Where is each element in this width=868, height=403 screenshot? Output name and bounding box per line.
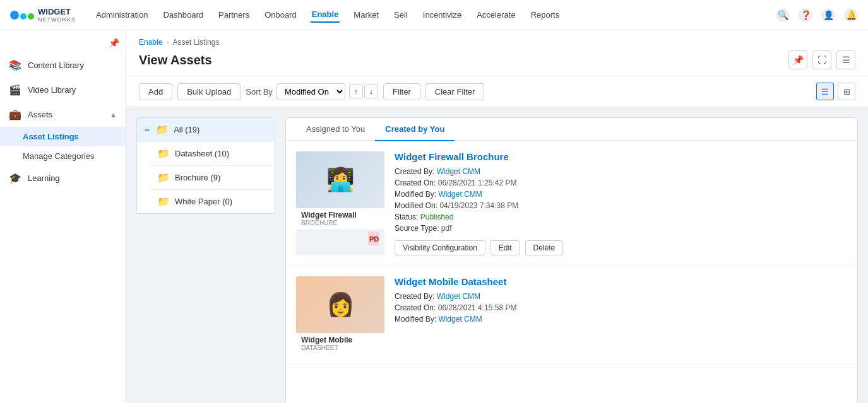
logo-circle-blue2	[20, 13, 27, 20]
sidebar-item-content-library[interactable]: 📚 Content Library	[0, 53, 126, 78]
edit-button-0[interactable]: Edit	[490, 240, 520, 255]
sort-asc-button[interactable]: ↑	[349, 85, 363, 98]
status-label-0: Status:	[395, 213, 418, 221]
tab-created-by-you[interactable]: Created by You	[375, 118, 455, 141]
asset-actions-0: Visibility Configuration Edit Delete	[395, 240, 847, 255]
sidebar-item-assets[interactable]: 💼 Assets ▲	[0, 102, 126, 127]
asset-info-1: Widget Mobile Datasheet Created By: Widg…	[395, 276, 847, 354]
asset-title-0[interactable]: Widget Firewall Brochure	[395, 151, 847, 162]
asset-modified-by-0: Modified By: Widget CMM	[395, 190, 847, 199]
modified-on-value-0: 04/19/2023 7:34:38 PM	[439, 201, 518, 210]
modified-by-value-0[interactable]: Widget CMM	[438, 190, 482, 199]
nav-accelerate[interactable]: Accelerate	[475, 8, 516, 22]
bulk-upload-button[interactable]: Bulk Upload	[177, 83, 241, 100]
body-area: − 📁 All (19) 📁 Datasheet (10) 📁 Brochure…	[126, 107, 868, 403]
created-by-value-0[interactable]: Widget CMM	[437, 167, 480, 176]
nav-sell[interactable]: Sell	[393, 8, 409, 22]
page-title-row: View Assets 📌 ⛶ ☰	[139, 50, 855, 76]
thumb-title-1: Widget Mobile	[301, 336, 379, 344]
nav-enable[interactable]: Enable	[311, 7, 340, 23]
grid-view-button[interactable]: ⊞	[838, 83, 855, 100]
video-library-icon: 🎬	[9, 84, 21, 96]
folder-whitepaper[interactable]: 📁 White Paper (0)	[150, 190, 275, 213]
sidebar-pin-area: 📌	[0, 35, 126, 53]
left-panel: − 📁 All (19) 📁 Datasheet (10) 📁 Brochure…	[136, 117, 275, 403]
sidebar-learning-label: Learning	[28, 173, 60, 183]
view-toggles: ☰ ⊞	[816, 83, 855, 100]
sort-arrows: ↑ ↓	[349, 85, 378, 98]
asset-created-by-0: Created By: Widget CMM	[395, 167, 847, 176]
logo: WIDGET NETWORKS	[10, 7, 76, 23]
sort-by-select[interactable]: Modified On Created On Title	[276, 83, 345, 100]
tabs-bar: Assigned to You Created by You	[286, 118, 857, 141]
content-library-icon: 📚	[9, 59, 21, 71]
source-type-label-0: Source Type:	[395, 224, 439, 233]
delete-button-0[interactable]: Delete	[525, 240, 564, 255]
sidebar-video-library-label: Video Library	[28, 85, 76, 95]
logo-circle-green	[28, 13, 34, 20]
asset-created-on-0: Created On: 06/28/2021 1:25:42 PM	[395, 178, 847, 187]
breadcrumb: Enable › Asset Listings	[139, 38, 855, 47]
assets-expand-icon: ▲	[110, 111, 117, 119]
nav-incentivize[interactable]: Incentivize	[422, 8, 463, 22]
minus-icon: −	[145, 125, 150, 135]
nav-administration[interactable]: Administration	[95, 8, 149, 22]
nav-market[interactable]: Market	[352, 8, 380, 22]
bell-icon[interactable]: 🔔	[844, 8, 858, 22]
nav-onboard[interactable]: Onboard	[263, 8, 298, 22]
sort-by-label: Sort By	[246, 87, 273, 96]
help-icon[interactable]: ❓	[799, 8, 812, 22]
expand-view-button[interactable]: ⛶	[812, 50, 831, 69]
visibility-config-button-0[interactable]: Visibility Configuration	[395, 240, 485, 255]
user-avatar[interactable]: 👤	[821, 8, 835, 22]
nav-dashboard[interactable]: Dashboard	[162, 8, 205, 22]
logo-circles	[10, 11, 34, 20]
modified-by-value-1[interactable]: Widget CMM	[438, 315, 482, 324]
asset-created-by-1: Created By: Widget CMM	[395, 292, 847, 301]
sidebar-item-manage-categories[interactable]: Manage Categories	[0, 146, 126, 166]
clear-filter-button[interactable]: Clear Filter	[425, 83, 485, 100]
sidebar-item-asset-listings[interactable]: Asset Listings	[0, 127, 126, 146]
filter-button[interactable]: Filter	[383, 83, 420, 100]
source-type-value-0: pdf	[441, 224, 452, 233]
sidebar-item-video-library[interactable]: 🎬 Video Library	[0, 78, 126, 102]
logo-circle-blue1	[10, 11, 19, 20]
tab-assigned-to-you[interactable]: Assigned to You	[296, 118, 375, 141]
logo-text-block: WIDGET NETWORKS	[38, 7, 76, 23]
pdf-icon-0: PDF	[296, 229, 384, 248]
folder-datasheet[interactable]: 📁 Datasheet (10)	[150, 142, 275, 166]
thumb-subtitle-1: DATASHEET	[301, 344, 379, 351]
thumb-image-1: 👩	[296, 276, 384, 333]
asset-card-1: 👩 Widget Mobile DATASHEET Widget Mobile …	[286, 266, 857, 365]
breadcrumb-current: Asset Listings	[172, 38, 219, 47]
folder-whitepaper-icon: 📁	[157, 196, 170, 207]
toolbar: Add Bulk Upload Sort By Modified On Crea…	[126, 76, 868, 107]
asset-modified-by-1: Modified By: Widget CMM	[395, 315, 847, 324]
settings-button[interactable]: ☰	[836, 50, 855, 69]
created-by-label-1: Created By:	[395, 292, 434, 301]
created-on-value-0: 06/28/2021 1:25:42 PM	[438, 178, 517, 187]
nav-partners[interactable]: Partners	[217, 8, 251, 22]
sort-desc-button[interactable]: ↓	[364, 85, 378, 98]
folder-brochure[interactable]: 📁 Brochure (9)	[150, 166, 275, 190]
asset-source-type-0: Source Type: pdf	[395, 224, 847, 233]
pin-icon[interactable]: 📌	[109, 38, 119, 48]
right-panel: Assigned to You Created by You 👩‍💻 Widge…	[285, 117, 858, 403]
page-header: Enable › Asset Listings View Assets 📌 ⛶ …	[126, 30, 868, 76]
list-view-button[interactable]: ☰	[816, 83, 834, 100]
sort-by-group: Sort By Modified On Created On Title ↑ ↓	[246, 83, 378, 100]
thumb-bottom-1: Widget Mobile DATASHEET	[296, 333, 384, 354]
nav-reports[interactable]: Reports	[530, 8, 561, 22]
add-button[interactable]: Add	[139, 83, 172, 100]
sidebar-item-learning[interactable]: 🎓 Learning	[0, 166, 126, 190]
thumb-subtitle-0: BROCHURE	[301, 219, 379, 226]
top-nav: WIDGET NETWORKS Administration Dashboard…	[0, 0, 868, 30]
created-on-value-1: 06/28/2021 4:15:58 PM	[438, 303, 517, 312]
breadcrumb-parent[interactable]: Enable	[139, 38, 162, 47]
asset-status-0: Status: Published	[395, 213, 847, 221]
folder-all[interactable]: − 📁 All (19)	[137, 118, 275, 142]
search-icon[interactable]: 🔍	[776, 8, 790, 22]
pin-view-button[interactable]: 📌	[788, 50, 807, 69]
created-by-value-1[interactable]: Widget CMM	[437, 292, 480, 301]
asset-title-1[interactable]: Widget Mobile Datasheet	[395, 276, 847, 287]
